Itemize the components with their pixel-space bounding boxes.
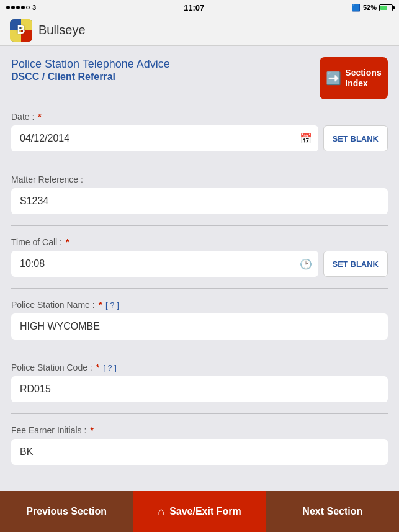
next-section-button[interactable]: Next Section <box>266 491 399 532</box>
police-station-name-help[interactable]: [ ? ] <box>105 300 119 310</box>
logo-letter: B <box>10 19 32 42</box>
date-input-wrapper: 📅 <box>11 125 318 151</box>
app-header: B Bullseye <box>0 15 399 46</box>
police-station-code-field-group: Police Station Code : * [ ? ] <box>11 363 388 402</box>
carrier-text: 3 <box>32 4 36 11</box>
fee-earner-initials-input[interactable] <box>11 439 388 465</box>
clock-icon: 🕑 <box>300 258 312 270</box>
matter-reference-field-group: Matter Reference : <box>11 174 388 214</box>
matter-reference-label: Matter Reference : <box>11 174 388 184</box>
date-label: Date : * <box>11 112 388 122</box>
divider-1 <box>11 163 388 163</box>
main-content: Police Station Telephone Advice DSCC / C… <box>0 46 399 491</box>
status-bar: 3 11:07 🟦 52% <box>0 0 399 15</box>
app-title: Bullseye <box>38 23 86 37</box>
police-station-code-required: * <box>96 363 99 372</box>
time-required: * <box>66 237 69 247</box>
date-required: * <box>38 112 41 122</box>
sections-index-label: Sections Index <box>345 68 381 89</box>
time-of-call-label: Time of Call : * <box>11 237 388 247</box>
status-right: 🟦 52% <box>352 4 393 12</box>
divider-5 <box>11 413 388 414</box>
status-left: 3 <box>6 4 36 11</box>
fee-earner-required: * <box>90 425 93 435</box>
divider-2 <box>11 225 388 226</box>
police-station-name-required: * <box>99 300 102 310</box>
save-exit-button[interactable]: ⌂ Save/Exit Form <box>133 491 266 532</box>
prev-section-button[interactable]: Previous Section <box>0 491 133 532</box>
sections-index-button[interactable]: ➡️ Sections Index <box>320 57 388 99</box>
fee-earner-initials-field-group: Fee Earner Initials : * <box>11 425 388 465</box>
time-input[interactable] <box>11 251 318 277</box>
police-station-name-field-group: Police Station Name : * [ ? ] <box>11 300 388 340</box>
signal-icon <box>6 6 30 9</box>
page-title-sub: DSCC / Client Referral <box>11 71 320 83</box>
fee-earner-initials-label: Fee Earner Initials : * <box>11 425 388 435</box>
police-station-code-input[interactable] <box>11 376 388 402</box>
matter-reference-input[interactable] <box>11 188 388 214</box>
battery-percent: 52% <box>363 4 377 11</box>
page-title-block: Police Station Telephone Advice DSCC / C… <box>11 57 320 83</box>
page-header: Police Station Telephone Advice DSCC / C… <box>11 57 388 99</box>
home-icon: ⌂ <box>158 505 164 518</box>
divider-4 <box>11 351 388 351</box>
calendar-icon: 📅 <box>300 133 312 145</box>
police-station-name-input[interactable] <box>11 313 388 340</box>
date-input-row: 📅 SET BLANK <box>11 125 388 151</box>
police-station-name-label: Police Station Name : * [ ? ] <box>11 300 388 310</box>
police-station-code-help[interactable]: [ ? ] <box>103 363 117 372</box>
app-logo: B <box>10 19 32 42</box>
date-field-group: Date : * 📅 SET BLANK <box>11 112 388 151</box>
date-set-blank-button[interactable]: SET BLANK <box>323 125 388 151</box>
time-set-blank-button[interactable]: SET BLANK <box>323 251 388 277</box>
bluetooth-icon: 🟦 <box>352 4 361 12</box>
date-input[interactable] <box>11 125 318 151</box>
bottom-nav: Previous Section ⌂ Save/Exit Form Next S… <box>0 491 399 532</box>
divider-3 <box>11 288 388 289</box>
time-input-wrapper: 🕑 <box>11 251 318 277</box>
time-of-call-field-group: Time of Call : * 🕑 SET BLANK <box>11 237 388 277</box>
sections-index-icon: ➡️ <box>326 71 341 86</box>
police-station-code-label: Police Station Code : * [ ? ] <box>11 363 388 372</box>
battery-icon <box>379 4 393 11</box>
time-input-row: 🕑 SET BLANK <box>11 251 388 277</box>
page-title-main: Police Station Telephone Advice <box>11 57 320 71</box>
status-time: 11:07 <box>184 3 204 12</box>
